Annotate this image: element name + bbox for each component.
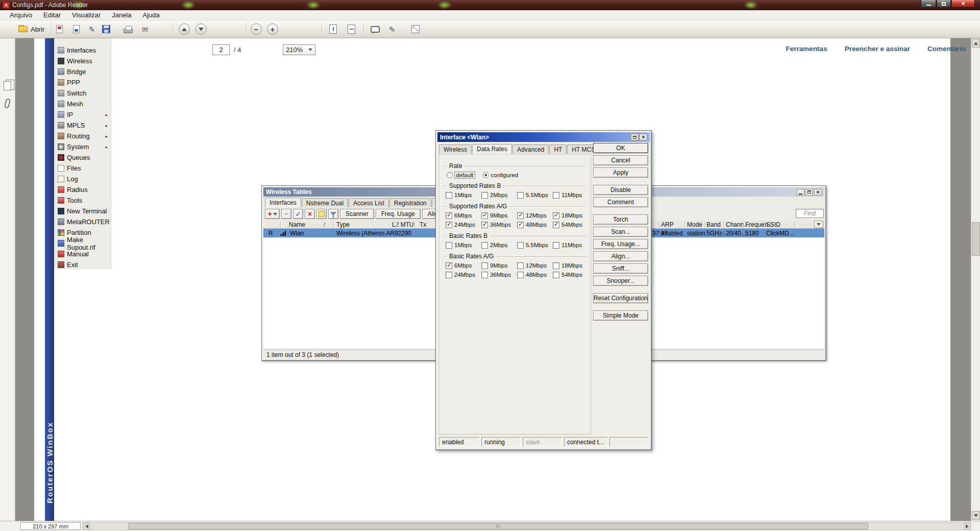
checkbox-supported-rates-a-g-36mbps[interactable]: 36Mbps xyxy=(481,221,517,229)
scroll-left-button[interactable] xyxy=(83,522,90,530)
menu-editar[interactable]: Editar xyxy=(38,10,66,20)
enable-button[interactable]: ✓ xyxy=(293,209,303,219)
tab-data-rates[interactable]: Data Rates xyxy=(472,144,512,154)
filter-button[interactable] xyxy=(328,209,338,219)
checkbox-basic-rates-b-5-5mbps[interactable]: 5.5Mbps xyxy=(517,241,553,249)
torch-button[interactable]: Torch xyxy=(593,214,648,225)
page-number-input[interactable] xyxy=(212,44,230,55)
sidebar-item-metarouter[interactable]: MetaROUTER xyxy=(54,216,111,227)
dialog-titlebar[interactable]: Interface <Wlan> × xyxy=(437,132,650,142)
checkbox-supported-rates-a-g-6mbps[interactable]: 6Mbps xyxy=(446,211,481,220)
tab-access-list[interactable]: Access List xyxy=(349,198,389,207)
maximize-icon[interactable] xyxy=(631,134,639,140)
sidebar-item-queues[interactable]: Queues xyxy=(54,152,111,163)
checkbox-basic-rates-b-1mbps[interactable]: 1Mbps xyxy=(446,241,481,249)
open-button[interactable]: Abrir xyxy=(15,22,47,36)
freq-usage-button[interactable]: Freq. Usage xyxy=(376,209,421,219)
sign-pen-button[interactable]: ✎ xyxy=(86,22,98,36)
fit-page-button[interactable] xyxy=(345,22,357,36)
menu-arquivo[interactable]: Arquivo xyxy=(4,10,38,20)
apply-button[interactable]: Apply xyxy=(593,167,648,178)
next-page-button[interactable] xyxy=(195,22,207,36)
print-button[interactable] xyxy=(122,22,134,36)
email-button[interactable]: ✉ xyxy=(139,22,151,36)
checkbox-basic-rates-a-g-36mbps[interactable]: 36Mbps xyxy=(481,271,517,279)
checkbox-basic-rates-b-11mbps[interactable]: 11Mbps xyxy=(553,241,589,249)
checkbox-supported-rates-b-1mbps[interactable]: 1Mbps xyxy=(446,191,481,199)
zoom-in-button[interactable]: + xyxy=(266,22,279,36)
checkbox-supported-rates-b-11mbps[interactable]: 11Mbps xyxy=(553,191,589,199)
column-header-l2-mtu[interactable]: L2 MTU xyxy=(392,221,414,228)
tab-registration[interactable]: Registration xyxy=(389,198,431,207)
checkbox-supported-rates-a-g-24mbps[interactable]: 24Mbps xyxy=(446,221,481,229)
column-header-ssid[interactable]: SSID xyxy=(766,221,780,228)
sidebar-item-wireless[interactable]: Wireless xyxy=(54,56,111,66)
freq-usage-button[interactable]: Freq. Usage... xyxy=(593,239,648,249)
tab-advanced[interactable]: Advanced xyxy=(512,144,549,154)
checkbox-basic-rates-a-g-6mbps[interactable]: 6Mbps xyxy=(446,261,481,270)
maximize-icon[interactable] xyxy=(805,189,813,196)
scroll-down-button[interactable] xyxy=(972,511,980,520)
menu-ajuda[interactable]: Ajuda xyxy=(137,10,165,20)
checkbox-supported-rates-a-g-12mbps[interactable]: 12Mbps xyxy=(517,211,553,220)
tab-ht[interactable]: HT xyxy=(549,144,567,154)
sniff-button[interactable]: Sniff... xyxy=(593,263,648,274)
horizontal-scroll-thumb[interactable] xyxy=(128,523,868,529)
snooper-button[interactable]: Snooper... xyxy=(593,276,648,286)
comment-button[interactable]: Comment xyxy=(593,197,648,207)
align-button[interactable]: Align... xyxy=(593,251,648,261)
tab-interfaces[interactable]: Interfaces xyxy=(265,198,301,207)
checkbox-supported-rates-a-g-48mbps[interactable]: 48Mbps xyxy=(517,221,553,229)
checkbox-basic-rates-a-g-9mbps[interactable]: 9Mbps xyxy=(481,261,517,270)
zoom-level-select[interactable]: 210% xyxy=(283,44,315,55)
scroll-right-button[interactable] xyxy=(963,522,971,530)
comment-button[interactable] xyxy=(316,209,327,219)
coment-rio-link[interactable]: Comentário xyxy=(927,45,966,53)
column-header-name[interactable]: Name xyxy=(289,221,305,228)
vertical-scroll-thumb[interactable] xyxy=(972,222,980,256)
ferramentas-link[interactable]: Ferramentas xyxy=(786,45,827,53)
checkbox-supported-rates-a-g-9mbps[interactable]: 9Mbps xyxy=(481,211,517,220)
zoom-out-button[interactable]: − xyxy=(250,22,262,36)
sidebar-item-tools[interactable]: Tools xyxy=(54,195,111,206)
add-button[interactable]: + xyxy=(265,209,280,219)
sidebar-item-system[interactable]: System▸ xyxy=(54,141,111,152)
close-button[interactable]: × xyxy=(951,0,975,8)
checkbox-supported-rates-a-g-54mbps[interactable]: 54Mbps xyxy=(553,221,589,229)
attachments-paperclip-icon[interactable] xyxy=(4,98,11,109)
radio-configured[interactable]: configured xyxy=(483,171,519,179)
radio-default[interactable]: default xyxy=(447,171,475,179)
sidebar-item-interfaces[interactable]: Interfaces xyxy=(54,45,111,56)
page-thumbnails-icon[interactable] xyxy=(4,81,11,90)
checkbox-basic-rates-a-g-24mbps[interactable]: 24Mbps xyxy=(446,271,481,279)
save-button[interactable] xyxy=(100,22,112,36)
comment-bubble-button[interactable] xyxy=(369,22,381,36)
checkbox-supported-rates-b-5-5mbps[interactable]: 5.5Mbps xyxy=(517,191,553,199)
sign-button[interactable]: ✎ xyxy=(386,22,398,36)
ok-button[interactable]: OK xyxy=(593,143,648,153)
sidebar-item-switch[interactable]: Switch xyxy=(54,88,111,99)
menu-janela[interactable]: Janela xyxy=(106,10,137,20)
column-header-band[interactable]: Band xyxy=(706,221,721,228)
sidebar-item-mesh[interactable]: Mesh xyxy=(54,99,111,109)
sidebar-item-mpls[interactable]: MPLS▸ xyxy=(54,120,111,131)
minimize-icon[interactable] xyxy=(797,189,804,196)
sidebar-item-files[interactable]: Files xyxy=(54,163,111,174)
disable-button[interactable]: × xyxy=(305,209,315,219)
export-button[interactable] xyxy=(70,22,82,36)
checkbox-basic-rates-a-g-54mbps[interactable]: 54Mbps xyxy=(553,271,589,279)
checkbox-basic-rates-a-g-48mbps[interactable]: 48Mbps xyxy=(517,271,553,279)
cancel-button[interactable]: Cancel xyxy=(593,155,648,165)
column-header-mode[interactable]: Mode xyxy=(687,221,702,228)
tab-nstreme-dual[interactable]: Nstreme Dual xyxy=(302,198,348,207)
convert-button[interactable] xyxy=(53,22,65,36)
column-select-button[interactable] xyxy=(814,221,823,228)
vertical-scrollbar[interactable] xyxy=(971,38,980,521)
scan-button[interactable]: Scan... xyxy=(593,227,648,237)
horizontal-scrollbar[interactable] xyxy=(92,522,962,530)
close-icon[interactable]: × xyxy=(814,189,822,196)
checkbox-supported-rates-b-2mbps[interactable]: 2Mbps xyxy=(481,191,517,199)
previous-page-button[interactable] xyxy=(178,22,190,36)
preencher-e-assinar-link[interactable]: Preencher e assinar xyxy=(845,45,910,53)
fullscreen-button[interactable]: ↖↘ xyxy=(409,22,422,36)
